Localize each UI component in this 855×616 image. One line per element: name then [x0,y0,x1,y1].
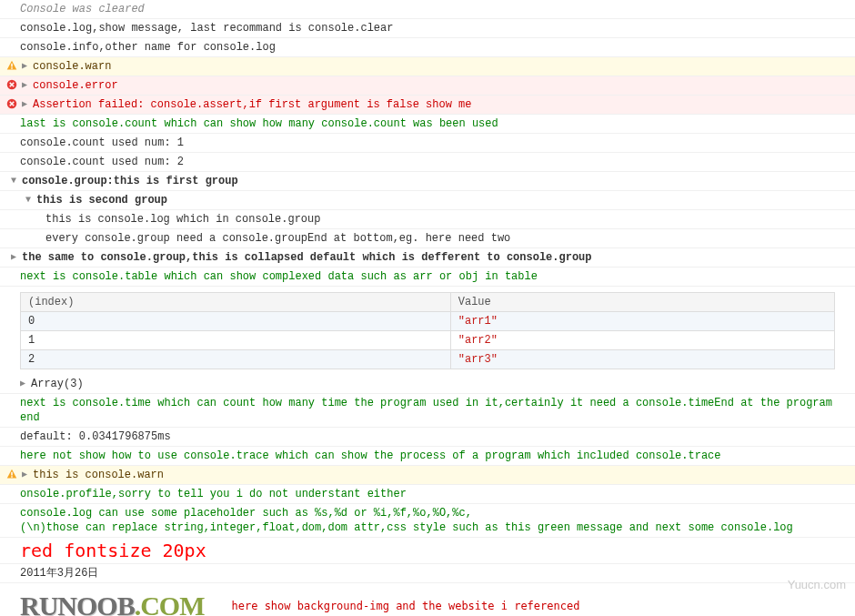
logo-part1: RUNOOB [20,591,135,616]
watermark: Yuucn.com [788,578,846,591]
warn-row[interactable]: ▶ this is console.warn [0,466,855,485]
log-row: console.log,show message, last recommand… [0,19,855,38]
text: this is console.warn [33,468,164,482]
text: every console.group need a console.group… [45,231,510,246]
text: console.warn [33,59,111,74]
logo-caption: here show background-img and the website… [232,600,580,612]
text: red fontsize 20px [20,540,206,561]
text: console.count used num: 1 [20,136,184,150]
text: this is second group [36,193,167,207]
error-icon [5,78,18,91]
expand-icon[interactable]: ▼ [11,174,20,188]
error-icon [5,97,18,110]
text: Console was cleared [20,2,145,16]
cell-idx: 0 [21,312,451,331]
text: this is console.log which in console.gro… [45,212,320,227]
text: (\n)those can replace string,integer,flo… [20,520,850,535]
th-value[interactable]: Value [450,293,834,312]
expand-icon[interactable]: ▶ [22,468,31,482]
collapsed-group[interactable]: ▶ the same to console.group,this is coll… [0,248,855,268]
log-green: console.log can use some placeholder suc… [0,504,855,538]
expand-icon[interactable]: ▶ [22,78,31,93]
logo-row: RUNOOB.COM here show background-img and … [0,583,855,616]
cell-val: "arr2" [450,331,834,350]
assert-row[interactable]: ▶ Assertion failed: console.assert,if fi… [0,96,855,115]
expand-icon[interactable]: ▶ [22,97,31,112]
group-log: this is console.log which in console.gro… [0,210,855,229]
text: console.group:this is first group [22,174,238,188]
cell-idx: 1 [21,331,451,350]
table-row: 1"arr2" [21,331,835,350]
expand-icon[interactable]: ▶ [22,59,31,74]
group-log: every console.group need a console.group… [0,229,855,248]
text: here not show how to use console.trace w… [20,449,721,463]
group-header-1[interactable]: ▼ console.group:this is first group [0,172,855,191]
text: default: 0.0341796875ms [20,429,171,444]
text: console.log can use some placeholder suc… [20,506,850,520]
runoob-logo: RUNOOB.COM [20,591,205,616]
time-row: default: 0.0341796875ms [0,428,855,447]
text: the same to console.group,this is collap… [22,250,592,265]
text: Assertion failed: console.assert,if firs… [33,97,471,112]
text: console.info,other name for console.log [20,40,276,55]
table-row: 0"arr1" [21,312,835,331]
cell-val: "arr3" [450,350,834,369]
group-header-2[interactable]: ▼ this is second group [0,191,855,210]
text: next is console.table which can show com… [20,269,538,284]
count-row: console.count used num: 1 [0,134,855,153]
log-green: here not show how to use console.trace w… [0,447,855,466]
count-row: console.count used num: 2 [0,153,855,172]
warn-icon [5,468,18,480]
info-row: console.info,other name for console.log [0,38,855,57]
expand-icon[interactable]: ▶ [20,377,29,391]
svg-rect-1 [11,67,13,69]
table-row: 2"arr3" [21,350,835,369]
log-green: next is console.table which can show com… [0,268,855,287]
text: next is console.time which can count how… [20,396,850,425]
expand-icon[interactable]: ▶ [11,250,20,265]
svg-rect-5 [11,476,13,478]
warn-icon [5,59,18,72]
svg-rect-4 [11,472,13,476]
error-row[interactable]: ▶ console.error [0,76,855,96]
cell-val: "arr1" [450,312,834,331]
cell-idx: 2 [21,350,451,369]
text: console.error [33,78,118,93]
th-index[interactable]: (index) [21,293,451,312]
warn-row[interactable]: ▶ console.warn [0,57,855,76]
log-green: last is console.count which can show how… [0,115,855,134]
text: console.log,show message, last recommand… [20,21,393,35]
array-summary[interactable]: ▶ Array(3) [0,375,855,394]
expand-icon[interactable]: ▼ [25,193,35,207]
styled-log: red fontsize 20px [0,538,855,564]
console-cleared: Console was cleared [0,0,855,19]
text: Array(3) [31,377,84,391]
logo-part2: .COM [135,591,205,616]
log-green: onsole.profile,sorry to tell you i do no… [0,485,855,504]
text: console.count used num: 2 [20,155,184,169]
text: 2011年3月26日 [20,566,98,581]
log-green: next is console.time which can count how… [0,394,855,428]
date-row: 2011年3月26日 [0,564,855,583]
text: onsole.profile,sorry to tell you i do no… [20,487,407,501]
text: last is console.count which can show how… [20,116,498,131]
svg-rect-0 [11,64,13,67]
console-table: (index) Value 0"arr1" 1"arr2" 2"arr3" [20,292,835,369]
